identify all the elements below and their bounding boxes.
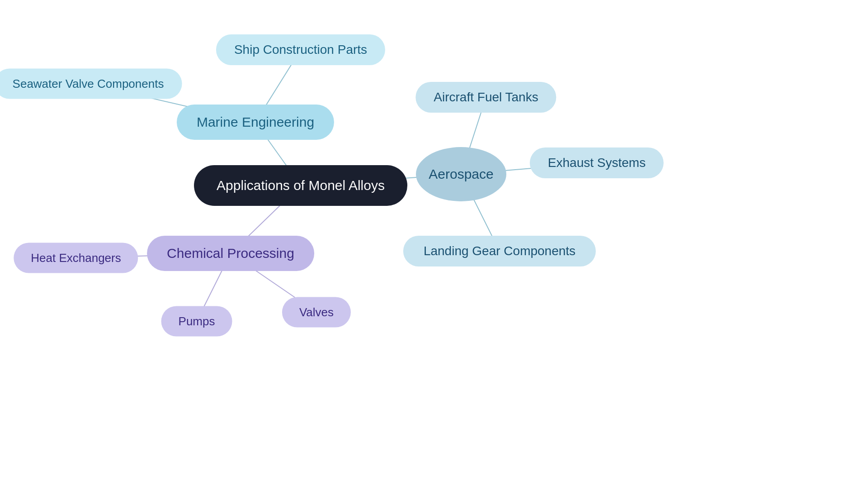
heat-exchangers-node: Heat Exchangers	[14, 243, 138, 273]
landing-gear-node: Landing Gear Components	[403, 236, 596, 266]
center-node: Applications of Monel Alloys	[194, 165, 407, 206]
exhaust-systems-node: Exhaust Systems	[530, 147, 664, 178]
seawater-valve-node: Seawater Valve Components	[0, 69, 182, 99]
chemical-processing-node: Chemical Processing	[147, 236, 314, 271]
marine-engineering-node: Marine Engineering	[177, 105, 334, 140]
aerospace-node: Aerospace	[416, 147, 506, 201]
aircraft-fuel-tanks-node: Aircraft Fuel Tanks	[415, 82, 556, 113]
valves-node: Valves	[282, 297, 351, 328]
pumps-node: Pumps	[161, 306, 232, 337]
ship-construction-node: Ship Construction Parts	[216, 34, 385, 65]
